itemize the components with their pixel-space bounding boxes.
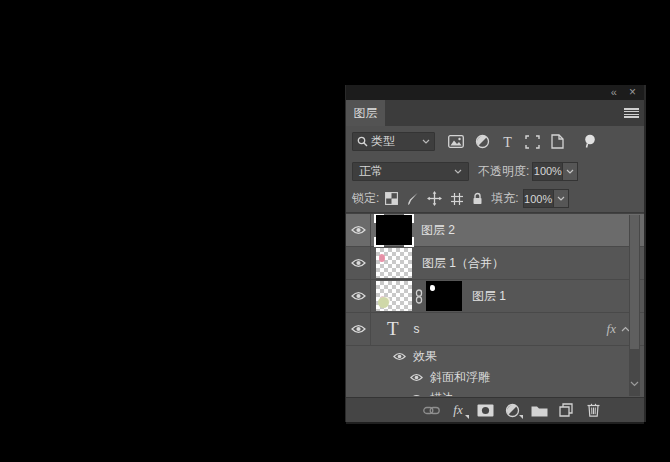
fx-icon: fx	[453, 402, 462, 418]
folder-icon	[531, 404, 548, 417]
close-panel-button[interactable]: ×	[623, 87, 642, 98]
layer-name[interactable]: 图层 1（合并）	[422, 255, 504, 272]
visibility-toggle[interactable]	[346, 247, 371, 279]
link-mask-icon[interactable]	[414, 289, 424, 304]
filter-type-dropdown[interactable]: 类型	[352, 132, 435, 151]
new-layer-button[interactable]	[557, 401, 575, 419]
visibility-toggle[interactable]	[346, 313, 371, 345]
opacity-label: 不透明度:	[478, 163, 529, 180]
photoshop-canvas-background: « × 图层 类型	[0, 0, 670, 462]
blend-mode-value: 正常	[359, 163, 454, 180]
effects-visibility-toggle[interactable]	[393, 352, 406, 361]
hamburger-icon	[624, 108, 639, 110]
effect-name: 描边	[430, 390, 454, 396]
panel-bottom-edge	[346, 422, 644, 424]
new-layer-icon	[559, 403, 573, 417]
layer-row-layer1-merged[interactable]: 图层 1（合并）	[346, 247, 644, 280]
layer-name[interactable]: 图层 2	[421, 222, 455, 239]
layer-style-button[interactable]: fx	[449, 401, 467, 419]
effect-visibility-toggle[interactable]	[410, 394, 423, 396]
effect-name: 斜面和浮雕	[430, 369, 490, 386]
effects-group-label: 效果	[413, 348, 437, 365]
flyout-triangle-icon	[465, 415, 469, 419]
collapse-panel-button[interactable]: «	[605, 87, 623, 98]
scrollbar-thumb[interactable]	[630, 215, 639, 349]
panel-toolbar: fx	[346, 397, 644, 422]
opacity-chevron-button[interactable]	[563, 162, 578, 181]
lock-artboard-nesting-button[interactable]	[450, 192, 464, 206]
chevron-down-icon	[454, 169, 462, 174]
layer-thumbnail-selected[interactable]	[374, 213, 414, 247]
fill-value[interactable]: 100%	[523, 189, 554, 208]
filter-shape-layers-button[interactable]	[525, 135, 540, 149]
filter-type-layers-button[interactable]: T	[501, 135, 514, 148]
layer-name[interactable]: 图层 1	[472, 288, 506, 305]
panel-menu-button[interactable]	[624, 108, 639, 118]
panel-tab-bar: 图层	[346, 100, 644, 126]
lock-label: 锁定:	[352, 190, 379, 207]
eye-icon	[351, 324, 366, 334]
eye-icon	[410, 373, 423, 382]
link-icon	[423, 406, 440, 415]
search-icon	[357, 136, 368, 147]
fx-badge: fx	[607, 321, 616, 337]
eye-icon	[351, 225, 366, 235]
filter-toggle-pin-icon[interactable]	[583, 134, 596, 150]
blend-mode-dropdown[interactable]: 正常	[352, 162, 469, 181]
new-adjustment-layer-button[interactable]	[503, 401, 521, 419]
layer-mask-thumbnail[interactable]	[426, 281, 462, 311]
delete-layer-button[interactable]	[584, 401, 602, 419]
lock-pixels-brush-button[interactable]	[406, 192, 419, 206]
eye-icon	[410, 394, 423, 396]
layer-row-text-s[interactable]: T s fx	[346, 313, 644, 346]
fill-chevron-button[interactable]	[554, 189, 569, 208]
new-group-button[interactable]	[530, 401, 548, 419]
filter-adjustment-layers-button[interactable]	[475, 134, 490, 149]
effect-bevel-emboss-row[interactable]: 斜面和浮雕	[346, 367, 644, 388]
layer-name[interactable]: s	[414, 322, 420, 336]
thumbnail-content	[379, 254, 385, 262]
tab-layers-label: 图层	[354, 105, 378, 122]
bevel-visibility-toggle[interactable]	[410, 373, 423, 382]
effects-group-row[interactable]: 效果	[346, 346, 644, 367]
filter-row: 类型 T	[346, 126, 644, 157]
layers-panel: « × 图层 类型	[345, 85, 646, 422]
tab-layers[interactable]: 图层	[346, 100, 385, 126]
layer-thumbnail[interactable]	[376, 248, 412, 278]
scrollbar[interactable]	[629, 215, 640, 396]
eye-icon	[351, 258, 366, 268]
lock-row: 锁定: 填充: 100%	[346, 185, 644, 213]
mask-content	[430, 285, 435, 291]
scroll-down-icon[interactable]	[630, 381, 639, 387]
layers-list: 图层 2 图层 1（合并）	[346, 213, 644, 397]
adjustment-icon	[505, 403, 520, 418]
lock-position-move-button[interactable]	[427, 191, 442, 206]
add-layer-mask-button[interactable]	[476, 401, 494, 419]
effect-clipped-row[interactable]: 描边	[346, 388, 644, 396]
eye-icon	[351, 291, 366, 301]
svg-text:T: T	[503, 135, 512, 148]
opacity-value[interactable]: 100%	[532, 162, 563, 181]
link-layers-button[interactable]	[422, 401, 440, 419]
flyout-triangle-icon	[519, 415, 523, 419]
filter-pixel-layers-button[interactable]	[448, 135, 464, 148]
lock-transparency-button[interactable]	[385, 192, 398, 205]
filter-type-value: 类型	[371, 133, 422, 150]
fill-label: 填充:	[491, 190, 518, 207]
visibility-toggle[interactable]	[346, 214, 371, 246]
lock-all-button[interactable]	[472, 192, 483, 205]
layer-row-layer2[interactable]: 图层 2	[346, 214, 644, 247]
panel-window-strip: « ×	[346, 85, 644, 100]
mask-icon	[477, 404, 494, 417]
visibility-toggle[interactable]	[346, 280, 371, 312]
trash-icon	[587, 403, 600, 417]
chevron-down-icon	[422, 139, 430, 144]
layer-row-layer1[interactable]: 图层 1	[346, 280, 644, 313]
text-layer-icon: T	[387, 318, 399, 340]
eye-icon	[393, 352, 406, 361]
thumbnail-content	[378, 297, 389, 308]
layer-thumbnail[interactable]	[376, 281, 412, 311]
blend-mode-row: 正常 不透明度: 100%	[346, 157, 644, 185]
filter-smart-objects-button[interactable]	[551, 134, 564, 149]
